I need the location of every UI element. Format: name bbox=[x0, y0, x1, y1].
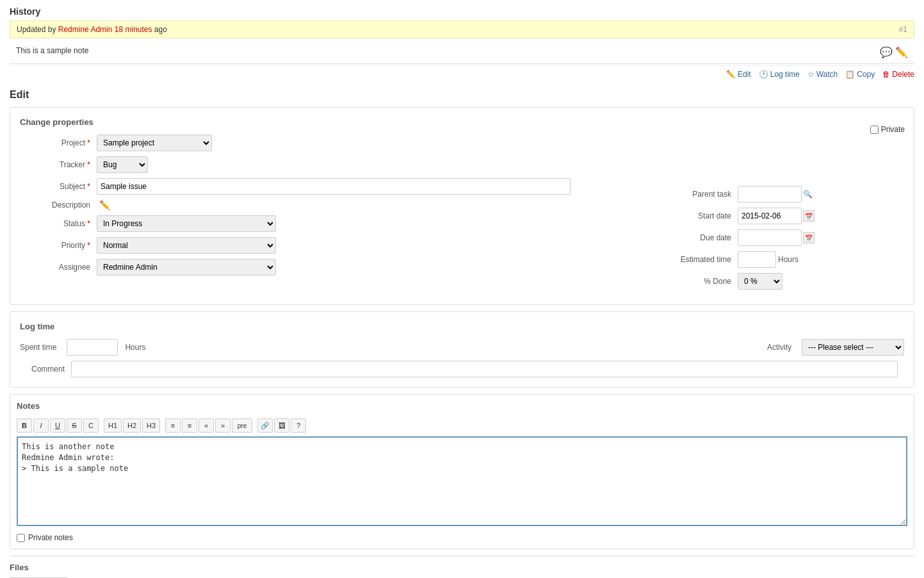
blockquote-left-button[interactable]: « bbox=[199, 418, 214, 433]
log-time-title: Log time bbox=[20, 322, 904, 331]
comment-row: Comment bbox=[20, 361, 904, 377]
history-note-row: This is a sample note 💬 ✏️ bbox=[10, 41, 914, 64]
estimated-time-row: Estimated time Hours bbox=[661, 251, 904, 268]
activity-label: Activity bbox=[767, 343, 797, 352]
history-title: History bbox=[10, 6, 914, 17]
ordered-list-button[interactable]: ≡ bbox=[182, 418, 197, 433]
image-button[interactable]: 🖼 bbox=[274, 418, 289, 433]
priority-select[interactable]: Low Normal High Urgent Immediate bbox=[97, 237, 276, 254]
estimated-time-input[interactable] bbox=[738, 251, 776, 268]
description-label: Description bbox=[20, 201, 97, 210]
log-time-section: Log time Spent time Hours Activity --- P… bbox=[10, 311, 914, 388]
delete-link[interactable]: 🗑 Delete bbox=[882, 70, 914, 79]
h3-button[interactable]: H3 bbox=[142, 418, 160, 433]
copy-link[interactable]: 📋 Copy bbox=[845, 70, 875, 79]
log-time-link[interactable]: 🕐 Log time bbox=[759, 70, 800, 79]
start-date-row: Start date 📅 bbox=[661, 208, 904, 224]
history-section: History Updated by Redmine Admin 18 minu… bbox=[10, 6, 914, 64]
activity-group: Activity --- Please select --- bbox=[767, 339, 904, 356]
due-date-label: Due date bbox=[661, 233, 738, 242]
project-row: Project Sample project bbox=[20, 135, 571, 151]
comment-input[interactable] bbox=[71, 361, 898, 377]
due-date-input[interactable] bbox=[738, 229, 802, 246]
delete-icon: 🗑 bbox=[882, 70, 890, 79]
subject-row: Subject bbox=[20, 178, 571, 195]
watch-link[interactable]: ☆ Watch bbox=[807, 70, 838, 79]
due-date-calendar-icon[interactable]: 📅 bbox=[803, 232, 815, 244]
parent-task-label: Parent task bbox=[661, 190, 738, 199]
files-title: Files bbox=[10, 563, 914, 572]
status-select[interactable]: New In Progress Resolved Feedback Closed… bbox=[97, 215, 276, 232]
project-select[interactable]: Sample project bbox=[97, 135, 212, 151]
project-label: Project bbox=[20, 138, 97, 147]
form-right-column: Parent task 🔍 Start date 📅 Due date 📅 bbox=[661, 135, 904, 295]
pre-button[interactable]: pre bbox=[232, 418, 252, 433]
description-edit-icon[interactable]: ✏️ bbox=[99, 200, 110, 210]
assignee-select[interactable]: Redmine Admin bbox=[97, 259, 276, 276]
history-update-bar: Updated by Redmine Admin 18 minutes ago … bbox=[10, 21, 914, 38]
start-date-calendar-icon[interactable]: 📅 bbox=[803, 210, 815, 222]
delete-label: Delete bbox=[892, 70, 914, 79]
edit-note-icon[interactable]: ✏️ bbox=[895, 46, 908, 58]
private-notes-checkbox[interactable] bbox=[17, 534, 25, 542]
section-title: Change properties bbox=[20, 117, 904, 127]
copy-label: Copy bbox=[857, 70, 875, 79]
subject-input[interactable] bbox=[97, 178, 571, 195]
form-left-column: Private Project Sample project Tracker B bbox=[20, 135, 571, 295]
start-date-input[interactable] bbox=[738, 208, 802, 224]
history-note-icons: 💬 ✏️ bbox=[873, 44, 914, 61]
action-toolbar: ✏️ Edit 🕐 Log time ☆ Watch 📋 Copy 🗑 Dele… bbox=[10, 65, 914, 83]
assignee-label: Assignee bbox=[20, 263, 97, 272]
blockquote-right-button[interactable]: » bbox=[215, 418, 231, 433]
h2-button[interactable]: H2 bbox=[123, 418, 141, 433]
history-author-link[interactable]: Redmine Admin bbox=[58, 25, 113, 34]
history-issue-num: #1 bbox=[899, 25, 907, 34]
percent-done-select[interactable]: 0 % 10 % 20 % 30 % 40 % 50 % 60 % 70 % 8… bbox=[738, 273, 782, 290]
comment-label: Comment bbox=[20, 365, 71, 374]
change-properties-section: Change properties Private Project Sample bbox=[10, 107, 914, 305]
clock-icon: 🕐 bbox=[759, 70, 768, 79]
status-label: Status bbox=[20, 219, 97, 228]
activity-select[interactable]: --- Please select --- bbox=[802, 339, 904, 356]
private-label: Private bbox=[881, 125, 905, 134]
bold-button[interactable]: B bbox=[17, 418, 32, 433]
strikethrough-button[interactable]: S bbox=[67, 418, 82, 433]
history-ago: ago bbox=[154, 25, 167, 34]
private-notes-label: Private notes bbox=[28, 533, 73, 542]
subject-label: Subject bbox=[20, 182, 97, 191]
updated-by-prefix: Updated by bbox=[17, 25, 56, 34]
italic-button[interactable]: I bbox=[33, 418, 49, 433]
estimated-time-label: Estimated time bbox=[661, 255, 738, 264]
status-row: Status New In Progress Resolved Feedback… bbox=[20, 215, 571, 232]
history-note-text: This is a sample note bbox=[10, 44, 95, 58]
spent-time-label: Spent time bbox=[20, 343, 61, 352]
parent-task-search-icon[interactable]: 🔍 bbox=[803, 190, 813, 199]
edit-link[interactable]: ✏️ Edit bbox=[726, 70, 751, 79]
unordered-list-button[interactable]: ≡ bbox=[165, 418, 181, 433]
files-section: Files Choose Files No file chosen (Maxim… bbox=[10, 556, 914, 578]
percent-done-label: % Done bbox=[661, 277, 738, 286]
tracker-row: Tracker Bug bbox=[20, 156, 571, 173]
comment-icon[interactable]: 💬 bbox=[880, 46, 893, 58]
description-row: Description ✏️ bbox=[20, 200, 571, 210]
private-checkbox[interactable] bbox=[870, 126, 879, 134]
edit-label: Edit bbox=[738, 70, 751, 79]
copy-icon: 📋 bbox=[845, 70, 855, 79]
help-button[interactable]: ? bbox=[291, 418, 306, 433]
history-time: 18 minutes bbox=[115, 25, 154, 34]
log-time-label: Log time bbox=[770, 70, 800, 79]
percent-done-row: % Done 0 % 10 % 20 % 30 % 40 % 50 % 60 %… bbox=[661, 273, 904, 290]
notes-textarea[interactable] bbox=[17, 436, 907, 526]
pencil-icon: ✏️ bbox=[726, 70, 736, 79]
parent-task-input[interactable] bbox=[738, 186, 802, 202]
link-button[interactable]: 🔗 bbox=[257, 418, 273, 433]
underline-button[interactable]: U bbox=[50, 418, 65, 433]
spent-time-group: Spent time Hours bbox=[20, 339, 145, 356]
h1-button[interactable]: H1 bbox=[104, 418, 122, 433]
notes-section: Notes B I U S C H1 H2 H3 ≡ ≡ « » pre 🔗 🖼… bbox=[10, 394, 914, 549]
private-notes-row: Private notes bbox=[17, 533, 907, 542]
spent-time-input[interactable] bbox=[67, 339, 118, 356]
code-button[interactable]: C bbox=[83, 418, 99, 433]
tracker-select[interactable]: Bug bbox=[97, 156, 148, 173]
star-icon: ☆ bbox=[807, 70, 815, 79]
